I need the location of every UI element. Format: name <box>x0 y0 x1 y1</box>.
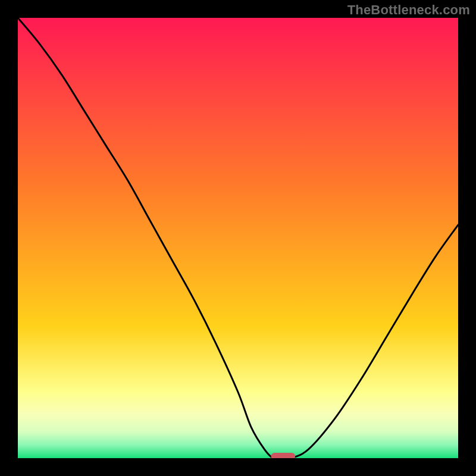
frame-bottom <box>0 458 476 476</box>
bottleneck-chart <box>0 0 476 476</box>
chart-stage: TheBottleneck.com <box>0 0 476 476</box>
watermark-text: TheBottleneck.com <box>347 2 470 18</box>
frame-right <box>458 0 476 476</box>
frame-left <box>0 0 18 476</box>
